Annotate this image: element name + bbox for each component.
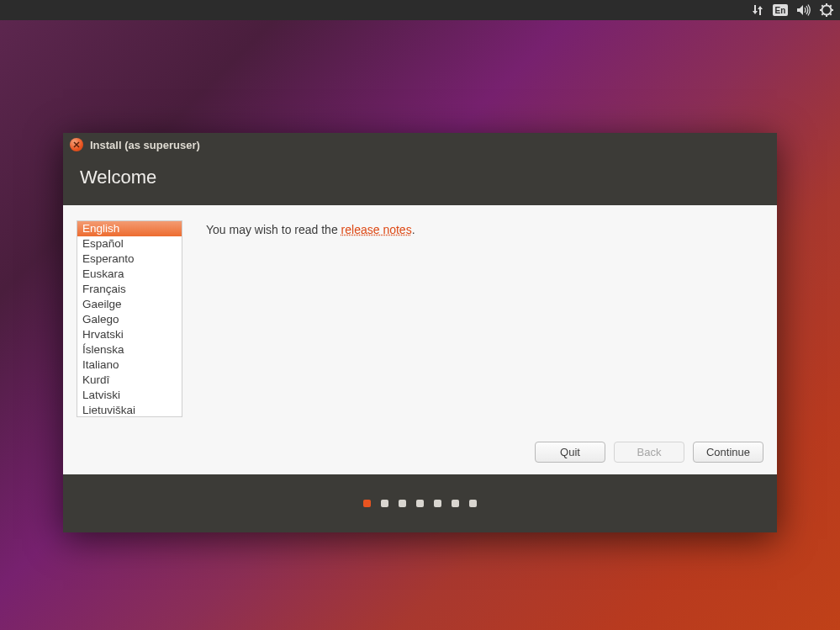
language-item[interactable]: Galego: [77, 312, 182, 327]
language-item[interactable]: Íslenska: [77, 342, 182, 357]
header-area: Welcome: [63, 156, 777, 205]
progress-dot: [434, 500, 441, 507]
window-titlebar: Install (as superuser): [63, 133, 777, 156]
message-prefix: You may wish to read the: [206, 223, 341, 236]
page-heading: Welcome: [80, 167, 760, 188]
progress-dot: [469, 500, 477, 507]
language-list[interactable]: EnglishEspañolEsperantoEuskaraFrançaisGa…: [77, 220, 182, 417]
language-item[interactable]: Latviski: [77, 388, 182, 403]
progress-dots: [63, 474, 777, 532]
network-icon[interactable]: [751, 4, 764, 16]
button-row: Quit Back Continue: [535, 442, 763, 463]
close-icon: [73, 141, 80, 148]
window-title: Install (as superuser): [90, 139, 200, 151]
progress-dot: [416, 500, 424, 507]
progress-dot: [452, 500, 459, 507]
message-suffix: .: [412, 223, 415, 236]
language-item[interactable]: Lietuviškai: [77, 403, 182, 417]
back-button: Back: [614, 442, 684, 463]
progress-dot: [381, 500, 388, 507]
system-topbar: En: [0, 0, 840, 20]
message-text: You may wish to read the release notes.: [206, 223, 415, 236]
close-button[interactable]: [70, 138, 83, 151]
message-area: You may wish to read the release notes.: [182, 220, 415, 464]
content-area: EnglishEspañolEsperantoEuskaraFrançaisGa…: [63, 205, 777, 474]
language-item[interactable]: Gaeilge: [77, 297, 182, 312]
language-item[interactable]: Français: [77, 282, 182, 297]
installer-window: Install (as superuser) Welcome EnglishEs…: [63, 133, 777, 532]
language-item[interactable]: Español: [77, 236, 182, 251]
quit-button[interactable]: Quit: [535, 442, 605, 463]
input-language-indicator[interactable]: En: [773, 4, 788, 16]
power-cog-icon[interactable]: [820, 3, 833, 17]
progress-dot: [363, 500, 371, 507]
sound-icon[interactable]: [796, 4, 811, 16]
language-item[interactable]: Italiano: [77, 357, 182, 373]
progress-dot: [399, 500, 406, 507]
language-item[interactable]: Kurdî: [77, 373, 182, 388]
language-item[interactable]: Hrvatski: [77, 327, 182, 342]
continue-button[interactable]: Continue: [693, 442, 763, 463]
language-item[interactable]: Esperanto: [77, 251, 182, 267]
language-item[interactable]: English: [77, 221, 182, 236]
language-item[interactable]: Euskara: [77, 267, 182, 282]
release-notes-link[interactable]: release notes: [341, 223, 412, 236]
